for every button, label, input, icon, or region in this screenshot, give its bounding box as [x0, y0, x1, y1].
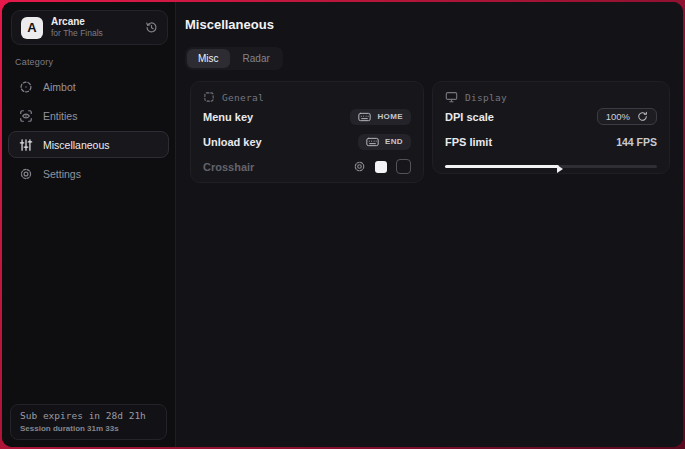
unload-key-bind-button[interactable]: END — [358, 134, 411, 150]
crosshair-settings-gear-icon[interactable] — [353, 160, 366, 173]
dpi-scale-row: DPI scale 100% — [445, 105, 657, 128]
fps-limit-label: FPS limit — [445, 136, 492, 148]
sidebar-item-settings[interactable]: Settings — [8, 160, 169, 187]
scan-eye-icon — [19, 109, 33, 123]
display-card-title: Display — [465, 92, 507, 103]
keyboard-icon — [366, 137, 379, 147]
slider-fill — [445, 165, 559, 168]
sidebar-item-label: Settings — [43, 168, 81, 180]
keyboard-icon — [358, 112, 371, 122]
fps-limit-row: FPS limit 144 FPS — [445, 130, 657, 153]
sidebar-nav: Aimbot Entities — [8, 73, 169, 189]
sidebar-item-aimbot[interactable]: Aimbot — [8, 73, 169, 100]
menu-key-bind-button[interactable]: HOME — [350, 109, 411, 125]
category-label: Category — [15, 57, 53, 67]
menu-key-value: HOME — [377, 112, 403, 121]
general-card-title: General — [222, 92, 264, 103]
crosshair-controls — [353, 159, 411, 174]
refresh-icon — [637, 111, 648, 122]
monitor-icon — [445, 91, 458, 103]
tab-radar[interactable]: Radar — [232, 49, 281, 68]
gear-icon — [19, 167, 33, 181]
app-subtitle: for The Finals — [51, 29, 103, 39]
dpi-scale-button[interactable]: 100% — [597, 108, 657, 125]
app-name: Arcane — [51, 16, 103, 28]
fps-limit-slider[interactable] — [445, 162, 657, 170]
sidebar-item-entities[interactable]: Entities — [8, 102, 169, 129]
sidebar-item-miscellaneous[interactable]: Miscellaneous — [8, 131, 169, 158]
menu-key-row: Menu key HOME — [203, 105, 411, 128]
crosshair-checkbox[interactable] — [396, 159, 411, 174]
sidebar: A Arcane for The Finals Category — [2, 2, 176, 447]
sliders-icon — [19, 138, 33, 152]
dpi-scale-label: DPI scale — [445, 111, 494, 123]
tabbar: Misc Radar — [185, 47, 283, 70]
display-card-header: Display — [445, 91, 657, 103]
profile-card: A Arcane for The Finals — [11, 10, 168, 45]
subscription-card: Sub expires in 28d 21h Session duration … — [10, 404, 167, 440]
sidebar-item-label: Miscellaneous — [43, 139, 110, 151]
general-card-header: General — [203, 91, 411, 103]
clock-history-icon[interactable] — [145, 21, 158, 34]
unload-key-row: Unload key END — [203, 130, 411, 153]
grid-icon — [203, 91, 215, 103]
app-logo: A — [21, 17, 43, 39]
crosshair-row: Crosshair — [203, 155, 411, 178]
unload-key-label: Unload key — [203, 136, 262, 148]
sub-expires-text: Sub expires in 28d 21h — [20, 410, 157, 421]
sidebar-item-label: Aimbot — [43, 81, 76, 93]
app-window: A Arcane for The Finals Category — [2, 2, 683, 447]
crosshair-color-swatch[interactable] — [375, 161, 387, 173]
fps-limit-value: 144 FPS — [616, 136, 657, 148]
main-panel: Miscellaneous Misc Radar General Menu ke… — [176, 2, 683, 447]
profile-text: Arcane for The Finals — [51, 16, 103, 38]
unload-key-value: END — [385, 137, 403, 146]
dpi-scale-value: 100% — [606, 111, 630, 122]
page-title: Miscellaneous — [185, 17, 274, 32]
tab-misc[interactable]: Misc — [187, 49, 230, 68]
general-card: General Menu key HOME Unload key — [190, 81, 424, 183]
slider-thumb[interactable] — [557, 165, 563, 173]
sidebar-item-label: Entities — [43, 110, 77, 122]
menu-key-label: Menu key — [203, 111, 253, 123]
session-duration-text: Session duration 31m 33s — [20, 424, 157, 433]
crosshair-label: Crosshair — [203, 161, 254, 173]
display-card: Display DPI scale 100% FPS limit 144 FPS — [432, 81, 670, 174]
crosshair-icon — [19, 80, 33, 94]
